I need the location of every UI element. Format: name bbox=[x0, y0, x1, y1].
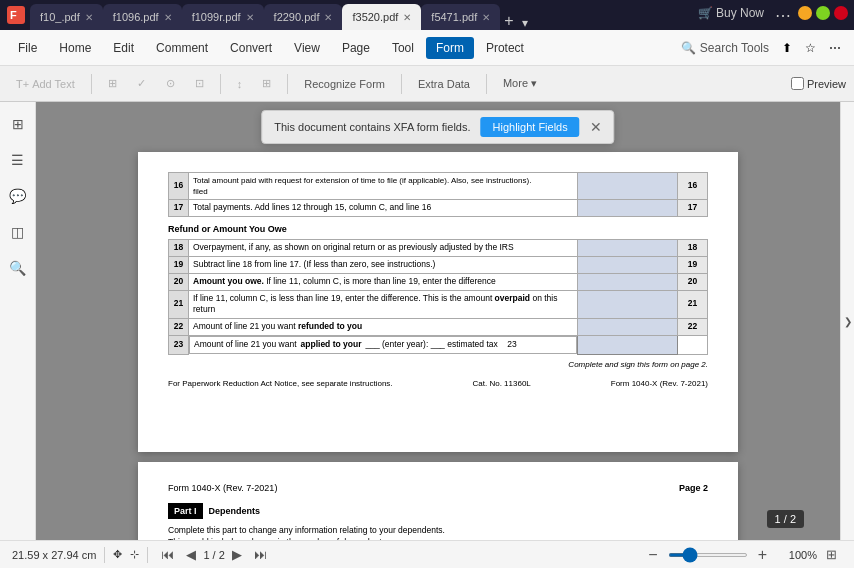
sidebar-comments-icon[interactable]: 💬 bbox=[4, 182, 32, 210]
tab-f3520[interactable]: f3520.pdf ✕ bbox=[342, 4, 421, 30]
table-row: 16 Total amount paid with request for ex… bbox=[169, 173, 708, 200]
bookmark-icon[interactable]: ☆ bbox=[800, 39, 821, 57]
close-button[interactable] bbox=[834, 6, 848, 20]
minimize-icon[interactable]: ⋯ bbox=[772, 6, 794, 25]
sidebar-bookmarks-icon[interactable]: ☰ bbox=[4, 146, 32, 174]
tab-f2290[interactable]: f2290.pdf ✕ bbox=[264, 4, 343, 30]
page-badge: 1 / 2 bbox=[767, 510, 804, 528]
tab-f5471[interactable]: f5471.pdf ✕ bbox=[421, 4, 500, 30]
toolbar-icon-2[interactable]: ✓ bbox=[129, 70, 154, 98]
close-tab-icon[interactable]: ✕ bbox=[85, 12, 93, 23]
toolbar: T+ Add Text ⊞ ✓ ⊙ ⊡ ↕ ⊞ Recognize Form E… bbox=[0, 66, 854, 102]
window-controls: 🛒 Buy Now ⋯ bbox=[694, 6, 848, 25]
tab-label: f10_.pdf bbox=[40, 11, 80, 23]
close-tab-icon[interactable]: ✕ bbox=[403, 12, 411, 23]
menu-form[interactable]: Form bbox=[426, 37, 474, 59]
menu-file[interactable]: File bbox=[8, 37, 47, 59]
form-name: Form 1040-X (Rev. 7-2021) bbox=[611, 378, 708, 389]
menu-convert[interactable]: Convert bbox=[220, 37, 282, 59]
menu-home[interactable]: Home bbox=[49, 37, 101, 59]
toolbar-icon-5[interactable]: ↕ bbox=[229, 70, 251, 98]
more-button[interactable]: More ▾ bbox=[495, 70, 545, 98]
table-row: 21 If line 11, column C, is less than li… bbox=[169, 290, 708, 319]
maximize-button[interactable] bbox=[816, 6, 830, 20]
buy-now-button[interactable]: 🛒 Buy Now bbox=[694, 6, 768, 25]
table-row: 17 Total payments. Add lines 12 through … bbox=[169, 200, 708, 217]
right-sidebar-toggle[interactable]: ❯ bbox=[840, 102, 854, 540]
tab-label: f5471.pdf bbox=[431, 11, 477, 23]
prev-page-button[interactable]: ◀ bbox=[181, 545, 201, 564]
pdf-table-refund: 18 Overpayment, if any, as shown on orig… bbox=[168, 239, 708, 355]
menu-page[interactable]: Page bbox=[332, 37, 380, 59]
zoom-slider[interactable] bbox=[668, 553, 748, 557]
sign-note: Complete and sign this form on page 2. bbox=[168, 359, 708, 370]
more-options-icon[interactable]: ⋯ bbox=[824, 39, 846, 57]
share-icon[interactable]: ⬆ bbox=[777, 39, 797, 57]
tab-f10[interactable]: f10_.pdf ✕ bbox=[30, 4, 103, 30]
part-label: Part I bbox=[168, 503, 203, 520]
sidebar-search-icon[interactable]: 🔍 bbox=[4, 254, 32, 282]
new-tab-button[interactable]: + bbox=[500, 12, 517, 30]
minimize-button[interactable] bbox=[798, 6, 812, 20]
sidebar-pages-icon[interactable]: ⊞ bbox=[4, 110, 32, 138]
status-divider-2 bbox=[147, 547, 148, 563]
notification-close-icon[interactable]: ✕ bbox=[590, 119, 602, 135]
fit-page-button[interactable]: ⊞ bbox=[821, 545, 842, 564]
part-intro: Complete this part to change any informa… bbox=[168, 525, 708, 540]
toolbar-icon-3[interactable]: ⊙ bbox=[158, 70, 183, 98]
menu-comment[interactable]: Comment bbox=[146, 37, 218, 59]
status-bar: 21.59 x 27.94 cm ✥ ⊹ ⏮ ◀ 1 / 2 ▶ ⏭ − + 1… bbox=[0, 540, 854, 568]
menu-view[interactable]: View bbox=[284, 37, 330, 59]
close-tab-icon[interactable]: ✕ bbox=[482, 12, 490, 23]
preview-label[interactable]: Preview bbox=[807, 78, 846, 90]
preview-checkbox-area: Preview bbox=[791, 77, 846, 90]
tab-bar: f10_.pdf ✕ f1096.pdf ✕ f1099r.pdf ✕ f229… bbox=[30, 0, 690, 30]
toolbar-divider-2 bbox=[220, 74, 221, 94]
search-tools-label: Search Tools bbox=[700, 41, 769, 55]
menu-tool[interactable]: Tool bbox=[382, 37, 424, 59]
pdf-page-1: 16 Total amount paid with request for ex… bbox=[138, 152, 738, 452]
toolbar-icon-4[interactable]: ⊡ bbox=[187, 70, 212, 98]
menu-edit[interactable]: Edit bbox=[103, 37, 144, 59]
table-row: 20 Amount you owe. If line 11, column C,… bbox=[169, 273, 708, 290]
page-indicator: 1 / 2 bbox=[203, 549, 224, 561]
extra-data-button[interactable]: Extra Data bbox=[410, 70, 478, 98]
app-icon: F bbox=[6, 5, 26, 25]
tab-f1099r[interactable]: f1099r.pdf ✕ bbox=[182, 4, 264, 30]
table-row: 19 Subtract line 18 from line 17. (If le… bbox=[169, 256, 708, 273]
toolbar-icon-6[interactable]: ⊞ bbox=[254, 70, 279, 98]
close-tab-icon[interactable]: ✕ bbox=[324, 12, 332, 23]
window-action-buttons: ⬆ ☆ ⋯ bbox=[777, 39, 846, 57]
search-icon: 🔍 bbox=[681, 41, 696, 55]
toolbar-divider-4 bbox=[401, 74, 402, 94]
close-tab-icon[interactable]: ✕ bbox=[164, 12, 172, 23]
recognize-form-button[interactable]: Recognize Form bbox=[296, 70, 393, 98]
table-row: 18 Overpayment, if any, as shown on orig… bbox=[169, 239, 708, 256]
title-bar: F f10_.pdf ✕ f1096.pdf ✕ f1099r.pdf ✕ f2… bbox=[0, 0, 854, 30]
page-label-p2: Page 2 bbox=[679, 482, 708, 495]
zoom-percent-label: 100% bbox=[777, 549, 817, 561]
highlight-fields-button[interactable]: Highlight Fields bbox=[481, 117, 580, 137]
tab-list-button[interactable]: ▾ bbox=[518, 16, 532, 30]
zoom-in-button[interactable]: + bbox=[752, 544, 773, 566]
add-text-button[interactable]: T+ Add Text bbox=[8, 70, 83, 98]
pdf-table-page1: 16 Total amount paid with request for ex… bbox=[168, 172, 708, 217]
sidebar-layers-icon[interactable]: ◫ bbox=[4, 218, 32, 246]
tab-f1096[interactable]: f1096.pdf ✕ bbox=[103, 4, 182, 30]
pdf-footer: For Paperwork Reduction Act Notice, see … bbox=[168, 378, 708, 389]
first-page-button[interactable]: ⏮ bbox=[156, 545, 179, 564]
last-page-button[interactable]: ⏭ bbox=[249, 545, 272, 564]
dimensions-label: 21.59 x 27.94 cm bbox=[12, 549, 96, 561]
toolbar-icon-1[interactable]: ⊞ bbox=[100, 70, 125, 98]
refund-section-header: Refund or Amount You Owe bbox=[168, 223, 708, 236]
zoom-out-button[interactable]: − bbox=[642, 544, 663, 566]
next-page-button[interactable]: ▶ bbox=[227, 545, 247, 564]
search-tools-button[interactable]: 🔍 Search Tools bbox=[681, 41, 769, 55]
preview-checkbox[interactable] bbox=[791, 77, 804, 90]
menu-protect[interactable]: Protect bbox=[476, 37, 534, 59]
close-tab-icon[interactable]: ✕ bbox=[246, 12, 254, 23]
footer-left: For Paperwork Reduction Act Notice, see … bbox=[168, 378, 393, 389]
toolbar-divider-5 bbox=[486, 74, 487, 94]
svg-text:F: F bbox=[10, 9, 17, 21]
table-row: 22 Amount of line 21 you want refunded t… bbox=[169, 319, 708, 336]
